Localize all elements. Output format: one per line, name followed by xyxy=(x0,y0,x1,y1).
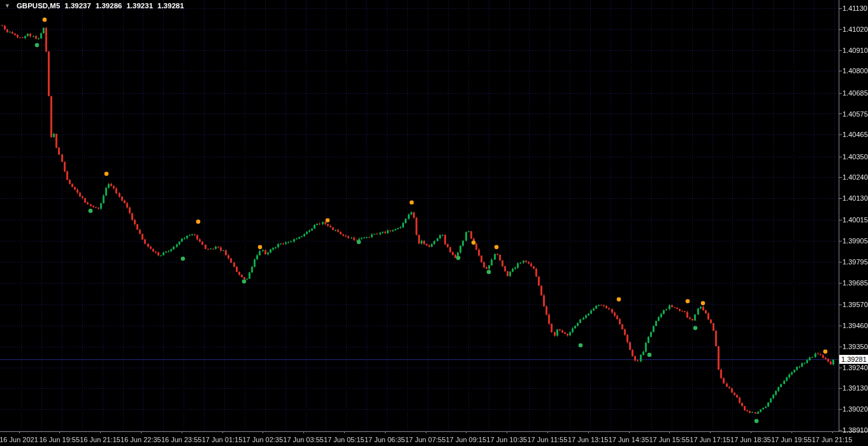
price-axis-label: 1.39685 xyxy=(843,279,868,287)
time-axis-label: 17 Jun 14:35 xyxy=(609,436,649,443)
time-axis-label: 17 Jun 06:35 xyxy=(365,436,405,443)
price-axis-label: 1.39020 xyxy=(843,405,868,413)
chart-canvas[interactable] xyxy=(0,0,868,446)
time-axis-label: 16 Jun 2021 xyxy=(0,436,38,443)
price-axis-label: 1.41130 xyxy=(843,4,867,12)
ohlc-close-value: 1.39281 xyxy=(157,2,184,10)
ohlc-high-value: 1.39286 xyxy=(96,2,122,10)
time-axis-label: 16 Jun 22:35 xyxy=(120,436,161,443)
price-axis-label: 1.40350 xyxy=(843,153,868,161)
time-axis-label: 17 Jun 11:55 xyxy=(527,436,567,443)
ohlc-open-value: 1.39237 xyxy=(64,2,91,10)
mt4-chart-window: ▼ GBPUSD,M5 1.39237 1.39286 1.39231 1.39… xyxy=(0,0,868,446)
price-axis-label: 1.39795 xyxy=(843,258,868,266)
price-axis-label: 1.40910 xyxy=(843,47,868,54)
time-axis-label: 16 Jun 19:55 xyxy=(39,436,80,443)
price-axis-label: 1.38910 xyxy=(843,426,868,434)
price-axis-label: 1.39130 xyxy=(843,384,868,392)
price-axis-label: 1.40800 xyxy=(843,67,868,75)
price-axis-label: 1.40130 xyxy=(843,194,868,202)
chart-header: ▼ GBPUSD,M5 1.39237 1.39286 1.39231 1.39… xyxy=(4,2,184,10)
price-axis-label: 1.40465 xyxy=(843,131,868,138)
price-axis-label: 1.39905 xyxy=(843,237,868,245)
price-axis-label: 1.40240 xyxy=(843,173,868,181)
price-axis-label: 1.41020 xyxy=(843,25,868,33)
time-axis-label: 16 Jun 23:55 xyxy=(161,436,202,443)
price-axis-label: 1.39240 xyxy=(843,364,868,371)
time-axis-label: 17 Jun 02:35 xyxy=(242,436,283,443)
time-axis-label: 17 Jun 05:15 xyxy=(324,436,365,443)
price-axis-label: 1.39570 xyxy=(843,301,868,308)
time-axis-label: 17 Jun 19:55 xyxy=(771,436,812,443)
time-axis-label: 17 Jun 21:15 xyxy=(812,436,853,443)
time-axis-label: 17 Jun 15:55 xyxy=(649,436,690,443)
time-axis-label: 17 Jun 09:15 xyxy=(445,436,486,443)
price-axis-label: 1.39460 xyxy=(843,322,868,329)
bid-price-tag: 1.39281 xyxy=(839,355,868,364)
price-axis-label: 1.40015 xyxy=(843,216,868,224)
ohlc-low-value: 1.39231 xyxy=(126,2,153,10)
time-axis-label: 17 Jun 07:55 xyxy=(405,436,446,443)
time-axis-label: 17 Jun 03:55 xyxy=(283,436,324,443)
time-axis-label: 17 Jun 13:15 xyxy=(568,436,609,443)
price-axis-label: 1.39350 xyxy=(843,343,868,350)
time-axis-label: 17 Jun 17:15 xyxy=(690,436,730,443)
symbol-timeframe-label: GBPUSD,M5 xyxy=(17,2,60,10)
time-axis-label: 17 Jun 10:35 xyxy=(486,436,527,443)
time-axis-label: 16 Jun 21:15 xyxy=(80,436,120,443)
price-axis-label: 1.40575 xyxy=(843,110,868,118)
time-axis-label: 17 Jun 01:15 xyxy=(202,436,243,443)
symbol-dropdown-icon[interactable]: ▼ xyxy=(4,3,10,9)
time-axis-label: 17 Jun 18:35 xyxy=(730,436,771,443)
price-axis-label: 1.40685 xyxy=(843,89,868,97)
